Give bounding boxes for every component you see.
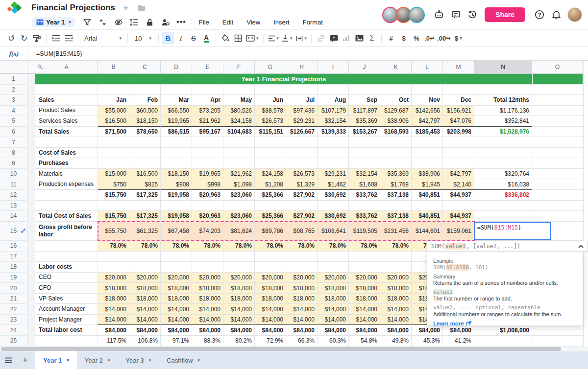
cell[interactable]: $142,656 — [412, 106, 443, 116]
cell[interactable]: $29,231 — [318, 169, 349, 180]
cell[interactable]: $20,000 — [129, 273, 161, 283]
column-header-O[interactable]: O — [532, 61, 583, 74]
cell[interactable] — [98, 158, 129, 169]
cell[interactable]: $18,000 — [161, 283, 192, 294]
cell[interactable]: $18,000 — [318, 283, 349, 294]
cell-total[interactable] — [474, 85, 532, 95]
cell[interactable]: $14,000 — [223, 304, 255, 315]
cell[interactable]: $37,138 — [380, 190, 412, 201]
collapse-hint-icon[interactable] — [578, 245, 584, 248]
cell-total[interactable] — [474, 211, 532, 222]
cell[interactable]: 72.9% — [255, 336, 286, 346]
cell[interactable]: $84,000 — [318, 325, 349, 336]
column-header-E[interactable]: E — [192, 61, 223, 74]
cell-label[interactable]: Product Sales — [35, 106, 98, 116]
cell[interactable] — [318, 85, 349, 95]
cell[interactable]: $1,329 — [286, 179, 318, 190]
cell[interactable] — [532, 137, 583, 148]
cell[interactable]: $1,462 — [318, 179, 349, 190]
cell-editor[interactable]: =SUM(B15:M15) — [474, 222, 551, 240]
menu-item-edit[interactable]: Edit — [222, 19, 233, 26]
cell[interactable] — [532, 201, 583, 211]
cell[interactable]: $203,998 — [443, 127, 474, 138]
cell[interactable]: $18,000 — [349, 294, 380, 304]
cell[interactable]: $42,797 — [443, 169, 474, 180]
cell[interactable] — [129, 148, 161, 159]
cell[interactable]: $18,000 — [380, 294, 412, 304]
cell[interactable]: 54.8% — [349, 336, 380, 346]
cell[interactable] — [286, 148, 318, 159]
cell[interactable] — [98, 137, 129, 148]
cell[interactable]: 78.0% — [255, 241, 286, 252]
cell[interactable]: $19,965 — [161, 116, 192, 127]
column-header-N[interactable]: N — [474, 61, 532, 74]
horizontal-scrollbar[interactable] — [0, 346, 588, 351]
cell[interactable]: $20,000 — [255, 273, 286, 283]
cell[interactable] — [161, 201, 192, 211]
cell[interactable]: $14,000 — [349, 304, 380, 315]
merge-cells-button[interactable]: ▾ — [245, 32, 260, 45]
decrease-decimal-icon[interactable]: .0↩ — [423, 32, 436, 45]
vertical-align-button[interactable]: ▾ — [280, 32, 294, 45]
cell[interactable]: $1,608 — [349, 179, 380, 190]
cell[interactable]: $18,000 — [349, 283, 380, 294]
cell[interactable]: $18,000 — [192, 283, 223, 294]
cell-total[interactable] — [474, 148, 532, 159]
cell[interactable]: $119,505 — [349, 222, 380, 241]
cell-total[interactable]: $336,802 — [474, 190, 532, 201]
cell-label[interactable] — [35, 252, 98, 262]
app-logo-icon[interactable] — [6, 2, 25, 15]
cell[interactable]: Mar — [161, 95, 192, 106]
cell[interactable]: $55,000 — [98, 106, 129, 116]
cell[interactable] — [129, 137, 161, 148]
percent-format-icon[interactable]: % — [410, 32, 423, 45]
cell[interactable] — [223, 137, 255, 148]
cell[interactable]: $19,965 — [192, 169, 223, 180]
cell[interactable]: $18,000 — [255, 294, 286, 304]
cell[interactable]: $14,000 — [380, 304, 412, 315]
cell[interactable] — [223, 252, 255, 262]
cell-total[interactable] — [474, 336, 532, 346]
cell-label[interactable]: Account Manager — [35, 304, 98, 315]
cell[interactable]: $20,000 — [161, 273, 192, 283]
row-header-10[interactable]: 10 — [0, 169, 27, 180]
column-header-K[interactable]: K — [380, 61, 412, 74]
cell[interactable]: $117,897 — [349, 106, 380, 116]
cell[interactable] — [532, 148, 583, 159]
cell[interactable]: $18,150 — [129, 116, 161, 127]
cell-total[interactable] — [474, 137, 532, 148]
cell[interactable]: $108,641 — [318, 222, 349, 241]
cell[interactable]: $14,000 — [192, 304, 223, 315]
cell[interactable]: $35,369 — [380, 169, 412, 180]
cell-label[interactable] — [35, 336, 98, 346]
hide-rows-icon[interactable] — [111, 17, 126, 27]
cell[interactable]: $66,550 — [161, 106, 192, 116]
paint-format-icon[interactable] — [30, 32, 43, 45]
row-header-22[interactable]: 22 — [0, 304, 27, 315]
cell[interactable] — [412, 148, 443, 159]
cell[interactable]: $42,797 — [412, 116, 443, 127]
cell[interactable]: $14,000 — [161, 315, 192, 325]
cell[interactable]: $18,000 — [286, 294, 318, 304]
column-header-C[interactable]: C — [129, 61, 161, 74]
cell[interactable] — [318, 137, 349, 148]
cell[interactable]: Aug — [318, 95, 349, 106]
cell[interactable]: $159,061 — [443, 222, 474, 241]
cell[interactable] — [532, 106, 583, 116]
cell[interactable] — [380, 158, 412, 169]
cell[interactable]: $40,851 — [412, 211, 443, 222]
cell[interactable]: $139,333 — [318, 127, 349, 138]
cell[interactable] — [255, 137, 286, 148]
cell-label[interactable]: CEO — [35, 273, 98, 283]
filter-icon[interactable] — [80, 17, 95, 27]
more-options-icon[interactable]: ••• — [174, 17, 189, 27]
cell[interactable]: $88,578 — [255, 106, 286, 116]
cell[interactable] — [98, 85, 129, 95]
cell-total[interactable] — [474, 201, 532, 211]
cell[interactable] — [255, 85, 286, 95]
horizontal-scrollbar-handle[interactable] — [1, 347, 561, 351]
sort-icon[interactable] — [96, 17, 110, 27]
star-icon[interactable]: ★ — [122, 3, 129, 12]
cell-total[interactable]: $1,176,136 — [474, 106, 532, 116]
cell-label[interactable] — [35, 85, 98, 95]
